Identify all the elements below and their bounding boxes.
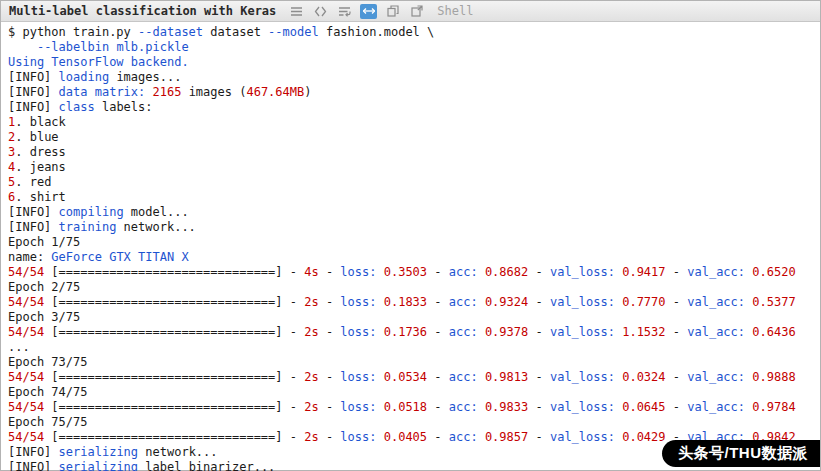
code-token: 54/54 [8, 430, 44, 444]
code-token: 0.5377 [752, 295, 795, 309]
code-token: 1.1532 [622, 325, 665, 339]
code-token: 54/54 [8, 265, 44, 279]
terminal-line: ... [8, 340, 813, 355]
code-token: 0.9857 [485, 430, 528, 444]
code-token: 0.6436 [752, 325, 795, 339]
code-token: images... [109, 70, 181, 84]
code-token: - [427, 295, 449, 309]
window-title: Multi-label classification with Keras [9, 4, 276, 18]
code-token: - [427, 370, 449, 384]
code-token: 54/54 [8, 325, 44, 339]
code-token: 2s [304, 325, 318, 339]
code-token: 0.3503 [384, 265, 427, 279]
code-token: - [319, 265, 341, 279]
code-token: - [666, 325, 688, 339]
copy-icon[interactable] [384, 4, 401, 19]
terminal-line: Using TensorFlow backend. [8, 55, 813, 70]
code-token: network... [116, 220, 195, 234]
terminal-line: 54/54 [==============================] -… [8, 400, 813, 415]
code-token: val_acc: [687, 325, 752, 339]
code-token: [==============================] - [44, 400, 304, 414]
terminal-line: Epoch 74/75 [8, 385, 813, 400]
code-token: val_acc: [687, 265, 752, 279]
terminal-output: $ python train.py --dataset dataset --mo… [1, 22, 820, 471]
code-token: [INFO] [8, 220, 59, 234]
line-wrap-icon[interactable] [336, 4, 353, 19]
code-token: val_acc: [687, 400, 752, 414]
code-token: 0.8682 [485, 265, 528, 279]
terminal-line: $ python train.py --dataset dataset --mo… [8, 25, 813, 40]
code-token: val_loss: [550, 430, 622, 444]
code-token: [==============================] - [44, 325, 304, 339]
code-token: 54/54 [8, 295, 44, 309]
code-token: 0.9833 [485, 400, 528, 414]
code-token: - [528, 370, 550, 384]
code-token: serializing [59, 460, 138, 471]
terminal-line: [INFO] training network... [8, 220, 813, 235]
code-token: acc: [449, 370, 485, 384]
line-numbers-icon[interactable] [288, 4, 305, 19]
code-token: - [319, 430, 341, 444]
code-token: loss: [340, 370, 383, 384]
terminal-line: [INFO] class labels: [8, 100, 813, 115]
code-token: ... [8, 340, 30, 354]
terminal-line: [INFO] data matrix: 2165 images (467.64M… [8, 85, 813, 100]
code-token: val_loss: [550, 370, 622, 384]
code-token: [==============================] - [44, 295, 304, 309]
code-token: 0.0518 [384, 400, 427, 414]
code-token: [INFO] [8, 445, 59, 459]
code-token: acc: [449, 265, 485, 279]
code-token: [INFO] [8, 70, 59, 84]
code-token: 0.9378 [485, 325, 528, 339]
terminal-line: 1. black [8, 115, 813, 130]
code-token: - [666, 400, 688, 414]
code-token: 0.1736 [384, 325, 427, 339]
watermark-badge: 头条号/THU数据派 [662, 440, 820, 467]
terminal-line: 2. blue [8, 130, 813, 145]
titlebar: Multi-label classification with Keras Sh… [1, 1, 820, 22]
code-token: - [427, 265, 449, 279]
code-token: --model [268, 25, 319, 39]
terminal-line: 5. red [8, 175, 813, 190]
code-token: - [427, 325, 449, 339]
code-token: 2s [304, 295, 318, 309]
open-new-window-icon[interactable] [408, 4, 425, 19]
code-token: serializing [59, 445, 138, 459]
code-token: loss: [340, 295, 383, 309]
code-token: 54/54 [8, 370, 44, 384]
code-token: GeForce GTX TITAN X [51, 250, 188, 264]
code-token: - [666, 370, 688, 384]
terminal-line: 4. jeans [8, 160, 813, 175]
code-token: val_acc: [687, 295, 752, 309]
code-token: 0.7770 [622, 295, 665, 309]
code-token: training [59, 220, 117, 234]
terminal-line: [INFO] compiling model... [8, 205, 813, 220]
code-token: loss: [340, 400, 383, 414]
code-token: 0.0645 [622, 400, 665, 414]
code-token: acc: [449, 325, 485, 339]
code-token: . red [15, 175, 51, 189]
code-token: - [427, 400, 449, 414]
code-token: ) [304, 85, 311, 99]
code-token: 2s [304, 430, 318, 444]
code-token: [INFO] [8, 205, 59, 219]
code-token: - [528, 430, 550, 444]
code-token: 4s [304, 265, 318, 279]
code-token: 0.9417 [622, 265, 665, 279]
code-token: Using TensorFlow backend. [8, 55, 189, 69]
terminal-line: name: GeForce GTX TITAN X [8, 250, 813, 265]
plain-code-icon[interactable] [312, 4, 329, 19]
code-token: . shirt [15, 190, 66, 204]
terminal-line: 54/54 [==============================] -… [8, 370, 813, 385]
code-token: - [319, 295, 341, 309]
code-token: name: [8, 250, 51, 264]
terminal-line: Epoch 3/75 [8, 310, 813, 325]
expand-code-icon[interactable] [360, 4, 377, 19]
code-token: 0.0405 [384, 430, 427, 444]
code-token: Epoch 3/75 [8, 310, 80, 324]
code-token: - [666, 295, 688, 309]
terminal-line: [INFO] loading images... [8, 70, 813, 85]
code-token: [INFO] [8, 85, 59, 99]
code-token: . jeans [15, 160, 66, 174]
code-token: Epoch 75/75 [8, 415, 87, 429]
